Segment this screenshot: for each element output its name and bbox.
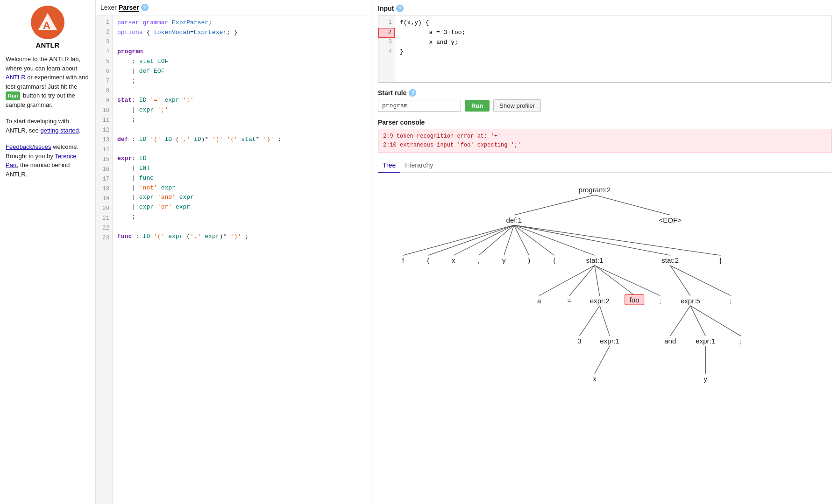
- start-rule-row: Run Show profiler: [378, 99, 831, 112]
- tab-hierarchy[interactable]: Hierarchy: [400, 160, 438, 172]
- code-content[interactable]: parser grammar ExprParser; options { tok…: [113, 15, 371, 504]
- node-and: and: [664, 337, 676, 345]
- run-button[interactable]: Run: [465, 100, 490, 112]
- node-expr2: expr:2: [590, 297, 610, 305]
- node-stat1: stat:1: [586, 257, 603, 265]
- node-expr5: expr:5: [681, 297, 700, 305]
- tree-tabs: Tree Hierarchy: [378, 160, 831, 173]
- code-editor[interactable]: 12345 678910 1112131415 1617181920 21222…: [96, 15, 371, 504]
- start-rule-help-icon[interactable]: ?: [409, 89, 416, 97]
- node-y: y: [502, 257, 506, 265]
- sidebar-dev-text: To start developing with ANTLR, see gett…: [6, 117, 90, 135]
- terence-link[interactable]: Terence Parr: [6, 153, 77, 169]
- svg-line-16: [595, 266, 600, 296]
- tree-svg: .tree-text { font-family: Arial, sans-se…: [378, 177, 831, 429]
- antlr-link[interactable]: ANTLR: [6, 74, 26, 81]
- svg-line-14: [539, 266, 595, 296]
- svg-line-15: [569, 266, 595, 296]
- svg-line-18: [595, 266, 660, 296]
- node-3: 3: [577, 337, 581, 345]
- svg-line-13: [514, 225, 720, 256]
- node-semi3: ;: [740, 337, 742, 345]
- input-editor[interactable]: 1 2 3 4 f(x,y) { a = 3+foo; x and y; }: [378, 15, 831, 83]
- node-stat2: stat:2: [661, 257, 679, 265]
- node-semi2: ;: [730, 297, 731, 305]
- svg-line-2: [514, 195, 595, 215]
- node-eof: <EOF>: [659, 216, 682, 224]
- node-y-leaf: y: [704, 375, 708, 383]
- svg-line-12: [514, 225, 670, 256]
- svg-line-27: [595, 346, 610, 374]
- tab-tree[interactable]: Tree: [378, 160, 400, 173]
- node-rparen1: ): [528, 257, 530, 265]
- svg-line-5: [428, 225, 514, 256]
- node-eq: =: [568, 297, 572, 305]
- node-rbrace: }: [719, 257, 722, 265]
- getting-started-link[interactable]: getting started: [40, 127, 78, 134]
- input-content[interactable]: f(x,y) { a = 3+foo; x and y; }: [395, 15, 831, 82]
- node-a: a: [537, 297, 541, 305]
- svg-line-24: [670, 306, 690, 336]
- node-def1: def:1: [506, 216, 522, 224]
- svg-line-11: [514, 225, 595, 256]
- app-name: ANTLR: [36, 41, 60, 49]
- start-rule-input[interactable]: [378, 100, 461, 112]
- show-profiler-button[interactable]: Show profiler: [493, 99, 541, 112]
- console-line-1: 2:9 token recognition error at: '+': [383, 132, 826, 141]
- node-comma: ,: [478, 257, 480, 265]
- line-numbers: 12345 678910 1112131415 1617181920 21222…: [96, 15, 113, 504]
- sidebar: A ANTLR Welcome to the ANTLR lab, where …: [0, 0, 96, 504]
- svg-line-3: [595, 195, 670, 215]
- input-line-numbers: 1 2 3 4: [378, 15, 395, 82]
- node-foo: foo: [630, 296, 639, 304]
- svg-line-10: [514, 225, 554, 256]
- svg-line-17: [595, 266, 635, 296]
- tab-parser[interactable]: Parser: [119, 4, 139, 11]
- run-inline-badge: Run: [6, 91, 20, 100]
- node-expr1-right: expr:1: [696, 337, 715, 345]
- node-x: x: [452, 257, 455, 265]
- node-f: f: [402, 257, 405, 265]
- svg-line-23: [600, 306, 610, 336]
- tab-lexer[interactable]: Lexer: [100, 4, 117, 11]
- parser-console-label: Parser console: [378, 119, 831, 126]
- node-x-leaf: x: [593, 375, 597, 383]
- start-rule-label: Start rule ?: [378, 89, 831, 97]
- svg-text:A: A: [43, 20, 50, 31]
- node-lparen1: (: [427, 257, 429, 265]
- svg-line-19: [670, 266, 690, 296]
- antlr-logo: A: [31, 6, 64, 39]
- node-program2: program:2: [579, 186, 611, 194]
- node-semi1: ;: [659, 297, 661, 305]
- sidebar-feedback-text: Feedback/issues welcome. Brought to you …: [6, 142, 90, 179]
- node-lbrace: {: [553, 257, 555, 265]
- sidebar-description: Welcome to the ANTLR lab, where you can …: [6, 55, 90, 109]
- feedback-link[interactable]: Feedback/issues: [6, 143, 51, 150]
- console-line-2: 2:10 extraneous input 'foo' expecting ';…: [383, 141, 826, 150]
- editor-header: Lexer Parser ?: [96, 0, 371, 15]
- editor-help-icon[interactable]: ?: [141, 4, 149, 11]
- input-label: Input ?: [378, 5, 831, 12]
- parser-console: 2:9 token recognition error at: '+' 2:10…: [378, 129, 831, 153]
- svg-line-4: [403, 225, 514, 256]
- editor-panel: Lexer Parser ? 12345 678910 1112131415 1…: [96, 0, 371, 504]
- svg-line-22: [580, 306, 600, 336]
- svg-line-20: [670, 266, 731, 296]
- node-expr1a: expr:1: [600, 337, 619, 345]
- input-help-icon[interactable]: ?: [396, 5, 404, 12]
- tree-container[interactable]: .tree-text { font-family: Arial, sans-se…: [378, 177, 831, 499]
- right-panel: Input ? 1 2 3 4 f(x,y) { a = 3+foo; x an…: [371, 0, 838, 504]
- logo-area: A ANTLR: [6, 6, 90, 49]
